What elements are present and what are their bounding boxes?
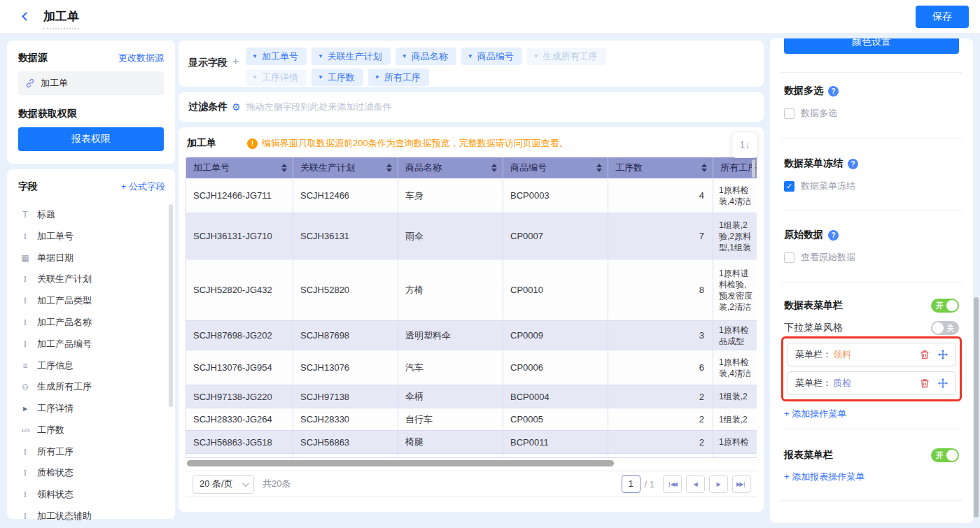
field-chip[interactable]: ▼关联生产计划 [312,48,391,65]
sort-icon[interactable] [701,164,707,172]
field-chip[interactable]: ▼商品编号 [461,48,522,65]
page-title[interactable]: 加工单 [43,8,79,29]
sort-icon[interactable] [491,164,497,172]
text-icon: I [20,511,31,522]
chevron-down-icon: ▼ [374,74,380,80]
menu-item-row[interactable]: 菜单栏： 领料 [788,343,955,366]
fields-scrollbar[interactable] [169,204,173,407]
text-icon: I [20,338,31,350]
column-header[interactable]: 加工单号 [186,157,293,178]
sort-icon[interactable] [596,164,602,172]
subform-icon: ≡ [20,361,31,371]
menu-freeze-checkbox-row[interactable]: ✓数据菜单冻结 [784,180,855,192]
add-report-action-menu-link[interactable]: + 添加报表操作菜单 [784,471,864,483]
field-item[interactable]: ▶工序详情 [15,401,162,416]
field-item[interactable]: T标题 [15,207,162,222]
column-header[interactable]: 商品编号 [503,157,608,178]
status-icon: ⊖ [20,382,31,392]
move-icon[interactable] [938,378,948,388]
table-menu-toggle[interactable]: 开 [931,299,959,313]
field-item[interactable]: I质检状态 [15,465,162,480]
color-settings-button[interactable]: 颜色设置 [784,38,959,54]
chevron-down-icon: ▼ [252,53,258,59]
dropdown-style-toggle[interactable]: 关 [931,321,959,335]
sort-icon[interactable] [281,164,287,172]
field-chip[interactable]: ▼工序数 [312,69,363,86]
column-header[interactable]: 关联生产计划 [293,157,398,178]
report-permission-button[interactable]: 报表权限 [18,127,164,151]
field-item[interactable]: ▦单据日期 [15,250,162,266]
checkbox[interactable] [784,108,794,119]
add-display-field-button[interactable]: + [232,55,239,68]
gear-icon[interactable]: ⚙ [232,101,241,113]
trash-icon[interactable] [920,350,930,359]
field-item[interactable]: ≡工序信息 [15,358,162,373]
chevron-down-icon: ▼ [533,53,539,59]
toggle-knob [946,450,958,461]
column-header[interactable]: 工序数 [608,157,713,178]
chevron-left-icon [22,12,31,21]
report-menu-bar-title: 报表菜单栏 [784,449,833,462]
checkbox[interactable] [784,252,794,263]
sort-icon[interactable] [386,164,392,172]
field-item[interactable]: I加工产品类型 [15,293,162,308]
number-icon: 123 [20,427,31,434]
page-size-select[interactable]: 20 条/页 [192,475,254,494]
field-item[interactable]: I加工单号 [15,229,162,244]
save-button[interactable]: 保存 [916,6,969,28]
prev-page-button[interactable]: ◀ [686,475,705,493]
field-item[interactable]: I关联生产计划 [15,271,162,287]
text-icon: I [20,467,31,478]
filter-panel[interactable]: 过滤条件 ⚙ 拖动左侧字段到此处来添加过滤条件 [178,92,764,122]
field-item[interactable]: I加工产品编号 [15,336,162,352]
column-header[interactable]: 所有工序 [713,157,757,178]
sort-order-icon[interactable]: 1↓ [732,131,758,158]
data-table: 加工单号 关联生产计划 商品名称 商品编号 工序数 所有工序 SCJH12466… [186,157,757,458]
table-panel: 加工单 ! 编辑界面只取数据源前200条作为查询数据预览，完整数据请访问页面查看… [178,127,764,512]
field-chip[interactable]: ▼所有工序 [368,69,429,86]
page-scrollbar[interactable] [974,297,979,518]
question-circle-icon[interactable]: ? [828,230,839,241]
multi-select-title: 数据多选 [784,85,823,97]
table-vertical-scrollbar[interactable] [752,159,755,178]
question-circle-icon[interactable]: ? [848,159,858,169]
field-item[interactable]: I加工产品名称 [15,315,162,330]
add-action-menu-link[interactable]: + 添加操作菜单 [784,408,846,420]
table-header-row: 加工单号 关联生产计划 商品名称 商品编号 工序数 所有工序 [186,157,757,178]
fields-title: 字段 [18,180,38,193]
field-chip[interactable]: ▼加工单号 [246,48,307,65]
last-page-button[interactable]: ▶▶❘ [732,475,751,493]
first-page-button[interactable]: ❘◀◀ [663,475,682,493]
table-menu-bar-row: 数据表菜单栏 开 [784,299,959,313]
checkbox[interactable]: ✓ [784,181,794,192]
move-icon[interactable] [938,350,948,359]
field-item[interactable]: I领料状态 [15,487,162,502]
filter-placeholder: 拖动左侧字段到此处来添加过滤条件 [246,101,392,113]
field-chip-disabled: ▼生成所有工序 [527,48,606,65]
display-fields-label: 显示字段 [188,57,227,69]
table-row: SCJH13076-JG954SCJH13076汽车CP000661原料检 装,… [186,350,757,385]
field-item[interactable]: 123工序数 [15,422,162,438]
display-fields-panel: 显示字段 + ▼加工单号 ▼关联生产计划 ▼商品名称 ▼商品编号 ▼生成所有工序… [178,41,764,87]
raw-data-checkbox-row[interactable]: 查看原始数据 [784,251,855,264]
field-item[interactable]: I所有工序 [15,444,162,459]
report-menu-bar-row: 报表菜单栏 开 [784,448,959,462]
field-chip[interactable]: ▼商品名称 [396,48,456,65]
multi-select-checkbox-row[interactable]: 数据多选 [784,107,837,120]
change-datasource-link[interactable]: 更改数据源 [118,52,164,64]
column-header[interactable]: 商品名称 [398,157,503,178]
back-button[interactable] [21,12,31,22]
report-menu-toggle[interactable]: 开 [931,448,959,462]
menu-item-row[interactable]: 菜单栏： 质检 [788,371,955,395]
trash-icon[interactable] [920,378,930,388]
datasource-item[interactable]: 加工单 [18,71,164,95]
table-horizontal-scrollbar[interactable] [187,460,614,466]
field-item[interactable]: ⊖生成所有工序 [15,379,162,394]
dropdown-style-row: 下拉菜单风格 关 [784,321,959,335]
question-circle-icon[interactable]: ? [828,86,839,97]
expand-icon[interactable]: ▶ [20,406,31,412]
add-formula-field-link[interactable]: + 公式字段 [121,180,165,193]
next-page-button[interactable]: ▶ [709,475,728,493]
page-number-input[interactable]: 1 [622,475,640,493]
field-item[interactable]: I加工状态辅助 [15,508,162,524]
